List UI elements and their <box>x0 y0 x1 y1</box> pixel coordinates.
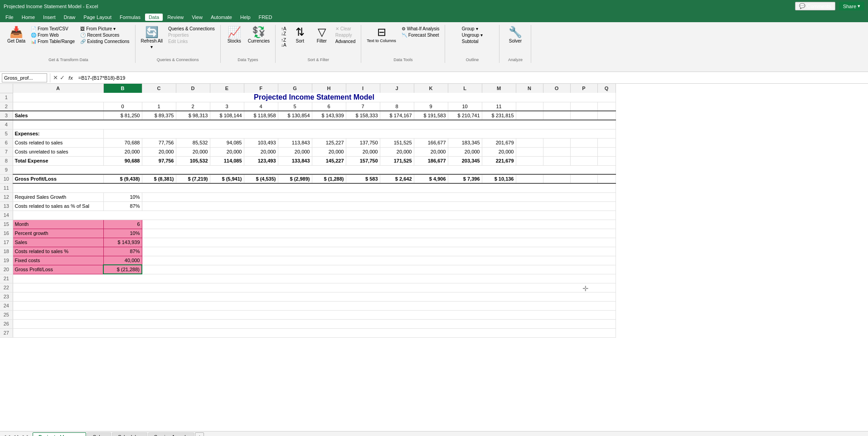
cell-14[interactable] <box>13 211 616 220</box>
cell-6i[interactable]: 137,750 <box>346 138 380 147</box>
sheet-tab-service-awards[interactable]: Service Awards <box>148 432 194 436</box>
cell-7k[interactable]: 20,000 <box>414 147 448 156</box>
col-header-A[interactable]: A <box>13 84 103 93</box>
col-header-L[interactable]: L <box>448 84 482 93</box>
cell-7g[interactable]: 20,000 <box>278 147 312 156</box>
cell-6h[interactable]: 125,227 <box>312 138 346 147</box>
forecast-sheet-button[interactable]: 📉 Forecast Sheet <box>400 32 441 38</box>
cell-16rest[interactable] <box>142 229 616 238</box>
col-header-J[interactable]: J <box>380 84 414 93</box>
cell-3l[interactable]: $ 210,741 <box>448 111 482 120</box>
formula-input[interactable] <box>77 75 866 81</box>
cell-7j[interactable]: 20,000 <box>380 147 414 156</box>
cell-2b[interactable]: 0 <box>103 102 142 111</box>
col-header-B[interactable]: B <box>103 84 142 93</box>
group-button[interactable]: Group ▾ <box>460 26 485 32</box>
cell-7p[interactable] <box>570 147 597 156</box>
refresh-all-button[interactable]: 🔄 Refresh All ▾ <box>139 26 165 50</box>
queries-connections-button[interactable]: Queries & Connections <box>166 26 217 32</box>
cell-3o[interactable] <box>543 111 570 120</box>
cell-9[interactable] <box>13 165 616 174</box>
menu-help[interactable]: Help <box>237 14 254 21</box>
cell-5a[interactable]: Expenses: <box>13 129 103 138</box>
cell-5rest[interactable] <box>103 129 616 138</box>
cell-10g[interactable]: $ (2,989) <box>278 174 312 183</box>
cell-10m[interactable]: $ 10,136 <box>482 174 516 183</box>
cell-27[interactable] <box>13 328 616 337</box>
currencies-button[interactable]: 💱 Currencies <box>246 26 272 44</box>
cell-8b[interactable]: 90,688 <box>103 156 142 165</box>
cell-7o[interactable] <box>543 147 570 156</box>
cell-17rest[interactable] <box>142 238 616 247</box>
cell-7d[interactable]: 20,000 <box>176 147 210 156</box>
cell-12rest[interactable] <box>142 192 616 201</box>
cell-2i[interactable]: 7 <box>346 102 380 111</box>
cell-18rest[interactable] <box>142 247 616 256</box>
cell-7h[interactable]: 20,000 <box>312 147 346 156</box>
ungroup-button[interactable]: Ungroup ▾ <box>460 32 485 38</box>
cell-21[interactable] <box>13 274 616 283</box>
cell-25[interactable] <box>13 310 616 319</box>
col-header-O[interactable]: O <box>543 84 570 93</box>
advanced-button[interactable]: Advanced <box>334 38 357 44</box>
cell-8h[interactable]: 145,227 <box>312 156 346 165</box>
cell-7a[interactable]: Costs unrelated to sales <box>13 147 103 156</box>
cell-13a[interactable]: Costs related to sales as % of Sal <box>13 201 103 211</box>
cell-7m[interactable]: 20,000 <box>482 147 516 156</box>
cell-8m[interactable]: 221,679 <box>482 156 516 165</box>
cell-3h[interactable]: $ 143,939 <box>312 111 346 120</box>
menu-fred[interactable]: FRED <box>255 14 276 21</box>
properties-button[interactable]: Properties <box>166 32 217 38</box>
col-header-P[interactable]: P <box>570 84 597 93</box>
cell-3i[interactable]: $ 158,333 <box>346 111 380 120</box>
cell-12a[interactable]: Required Sales Growth <box>13 192 103 201</box>
col-header-K[interactable]: K <box>414 84 448 93</box>
cell-13rest[interactable] <box>142 201 616 211</box>
cell-2m[interactable]: 11 <box>482 102 516 111</box>
cell-2h[interactable]: 6 <box>312 102 346 111</box>
cell-8c[interactable]: 97,756 <box>142 156 176 165</box>
sheet-tab-projected-income[interactable]: Projected Income <box>33 432 86 436</box>
cell-22[interactable]: ✛ <box>13 283 616 292</box>
col-header-N[interactable]: N <box>516 84 543 93</box>
cell-10f[interactable]: $ (4,535) <box>244 174 278 183</box>
scroll-area[interactable]: A B C D E F G H I J K L M N O P Q <box>0 84 868 431</box>
cell-6m[interactable]: 201,679 <box>482 138 516 147</box>
cell-10l[interactable]: $ 7,396 <box>448 174 482 183</box>
cell-19b[interactable]: 40,000 <box>103 256 142 265</box>
cell-8j[interactable]: 171,525 <box>380 156 414 165</box>
cell-10a[interactable]: Gross Profit/Loss <box>13 174 103 183</box>
sort-za-button[interactable]: ↑Z↓A <box>279 37 288 48</box>
cell-8a[interactable]: Total Expense <box>13 156 103 165</box>
cell-8q[interactable] <box>597 156 616 165</box>
edit-links-button[interactable]: Edit Links <box>166 38 217 44</box>
cell-10h[interactable]: $ (1,288) <box>312 174 346 183</box>
cell-7q[interactable] <box>597 147 616 156</box>
col-header-C[interactable]: C <box>142 84 176 93</box>
cell-20b[interactable]: $ (21,288) <box>103 265 142 274</box>
cell-2q[interactable] <box>597 102 616 111</box>
cell-18b[interactable]: 87% <box>103 247 142 256</box>
cell-16a[interactable]: Percent growth <box>13 229 103 238</box>
cell-10n[interactable] <box>516 174 543 183</box>
sheet-tab-schedules[interactable]: Schedules <box>112 432 147 436</box>
filter-button[interactable]: ▽ Filter <box>312 26 332 44</box>
cell-20a[interactable]: Gross Profit/Loss <box>13 265 103 274</box>
cell-2g[interactable]: 5 <box>278 102 312 111</box>
cell-6b[interactable]: 70,688 <box>103 138 142 147</box>
menu-page-layout[interactable]: Page Layout <box>80 14 115 21</box>
from-picture-button[interactable]: 🖼 From Picture ▾ <box>78 26 131 32</box>
cell-6n[interactable] <box>516 138 543 147</box>
cell-10e[interactable]: $ (5,941) <box>210 174 244 183</box>
cell-7b[interactable]: 20,000 <box>103 147 142 156</box>
cell-8d[interactable]: 105,532 <box>176 156 210 165</box>
add-sheet-button[interactable]: + <box>195 432 204 436</box>
text-to-columns-button[interactable]: ⊟ Text to Columns <box>365 26 398 44</box>
cell-8n[interactable] <box>516 156 543 165</box>
cell-24[interactable] <box>13 301 616 310</box>
cell-10k[interactable]: $ 4,906 <box>414 174 448 183</box>
cell-4[interactable] <box>13 120 616 129</box>
cell-6q[interactable] <box>597 138 616 147</box>
cell-6k[interactable]: 166,677 <box>414 138 448 147</box>
cell-6c[interactable]: 77,756 <box>142 138 176 147</box>
